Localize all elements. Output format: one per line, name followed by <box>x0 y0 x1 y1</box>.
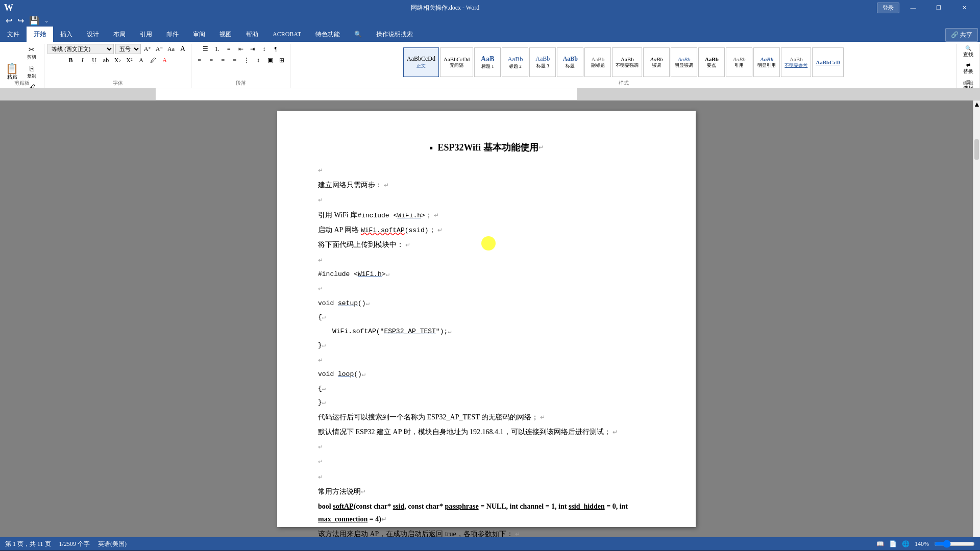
para-softap-signature[interactable]: bool softAP(const char* ssid, const char… <box>318 500 655 525</box>
scroll-up-button[interactable]: ▲ <box>973 101 980 109</box>
para-method-desc[interactable]: 该方法用来启动 AP，在成功启动后返回 true，各项参数如下： ↵ <box>318 528 655 537</box>
redo-button[interactable]: ↪ <box>16 17 26 25</box>
code-open-brace2[interactable]: {↵ <box>318 383 655 395</box>
style-intense-ref[interactable]: AaBbCcD <box>812 47 844 77</box>
vertical-scrollbar[interactable]: ▲ <box>973 101 980 537</box>
change-case-button[interactable]: Aa <box>166 44 176 54</box>
view-read-mode[interactable]: 📄 <box>889 540 897 548</box>
justify-button[interactable]: ≡ <box>230 55 240 65</box>
para-methods-heading[interactable]: 常用方法说明↵ <box>318 485 655 498</box>
style-normal[interactable]: AaBbCcDd正文 <box>403 47 439 77</box>
login-button[interactable]: 登录 <box>877 3 899 13</box>
text-effect-button[interactable]: A <box>136 55 146 65</box>
strikethrough-button[interactable]: ab <box>101 55 111 65</box>
code-include[interactable]: #include <WiFi.h>↵ <box>318 268 655 281</box>
code-close-brace2[interactable]: }↵ <box>318 396 655 409</box>
style-h2[interactable]: AaBb标题 2 <box>502 47 528 77</box>
tab-mailings[interactable]: 邮件 <box>159 27 186 42</box>
tab-operation-search[interactable]: 操作说明搜索 <box>369 27 420 42</box>
para-default-ip[interactable]: 默认情况下 ESP32 建立 AP 时，模块自身地址为 192.168.4.1，… <box>318 425 655 438</box>
style-h1[interactable]: AaB标题 1 <box>474 47 501 77</box>
zoom-slider[interactable] <box>934 540 975 548</box>
copy-button[interactable]: ⎘ 复制 <box>22 63 41 81</box>
increase-indent-button[interactable]: ⇥ <box>248 44 258 54</box>
style-no-spacing[interactable]: AaBbCcDd无间隔 <box>440 47 473 77</box>
style-subtle-ref[interactable]: AaBb不明显参考 <box>781 47 811 77</box>
subscript-button[interactable]: X₂ <box>113 55 123 65</box>
style-title[interactable]: AaBb标题 <box>557 47 583 77</box>
cut-button[interactable]: ✂ 剪切 <box>22 44 41 62</box>
superscript-button[interactable]: X² <box>125 55 135 65</box>
sort-button[interactable]: ↕ <box>259 44 270 54</box>
code-loop[interactable]: void loop()↵ <box>318 368 655 381</box>
tab-design[interactable]: 设计 <box>80 27 106 42</box>
code-close-brace1[interactable]: }↵ <box>318 339 655 352</box>
scroll-thumb[interactable] <box>974 139 979 160</box>
tab-references[interactable]: 引用 <box>133 27 159 42</box>
tab-view[interactable]: 视图 <box>212 27 239 42</box>
decrease-indent-button[interactable]: ⇤ <box>236 44 246 54</box>
share-button[interactable]: 🔗 共享 <box>945 28 978 42</box>
columns-button[interactable]: ⋮ <box>241 55 252 65</box>
code-setup[interactable]: void setup()↵ <box>318 297 655 310</box>
para-upload[interactable]: 将下面代码上传到模块中： ↵ <box>318 238 655 251</box>
tab-search-icon[interactable]: 🔍 <box>347 27 369 42</box>
document-page[interactable]: ■ ESP32Wifi 基本功能使用 ↵ ↵ 建立网络只需两步： ↵ ↵ 引用 … <box>277 111 696 527</box>
shading-button[interactable]: ▣ <box>265 55 275 65</box>
underline-button[interactable]: U <box>89 55 100 65</box>
tab-special[interactable]: 特色功能 <box>308 27 347 42</box>
tab-home[interactable]: 开始 <box>27 27 53 42</box>
align-right-button[interactable]: ≡ <box>218 55 228 65</box>
style-intense-quote[interactable]: AaBb明显引用 <box>753 47 780 77</box>
line-spacing-button[interactable]: ↕ <box>253 55 263 65</box>
borders-button[interactable]: ⊞ <box>277 55 287 65</box>
font-color-button[interactable]: A <box>160 55 170 65</box>
style-subtle-em[interactable]: AaBb不明显强调 <box>612 47 642 77</box>
undo-button[interactable]: ↩ <box>4 17 14 25</box>
para-result[interactable]: 代码运行后可以搜索到一个名称为 ESP32_AP_TEST 的无密码的网络； ↵ <box>318 411 655 423</box>
bold-button[interactable]: B <box>66 55 76 65</box>
tab-insert[interactable]: 插入 <box>53 27 80 42</box>
align-left-button[interactable]: ≡ <box>194 55 205 65</box>
para-softap[interactable]: 启动 AP 网络 WiFi.softAP(ssid)； ↵ <box>318 223 655 236</box>
word-count: 1/2509 个字 <box>59 540 90 548</box>
maximize-button[interactable]: ❐ <box>927 0 950 15</box>
font-name-select[interactable]: 等线 (西文正文) <box>47 44 114 54</box>
replace-button[interactable]: ⇄ 替换 <box>960 61 976 77</box>
style-strong[interactable]: AaBb要点 <box>698 47 725 77</box>
italic-button[interactable]: I <box>78 55 88 65</box>
font-size-select[interactable]: 五号 <box>115 44 141 54</box>
style-intense-em[interactable]: AaBb明显强调 <box>671 47 697 77</box>
style-emphasis[interactable]: AaBb强调 <box>643 47 670 77</box>
style-h3[interactable]: AaBb标题 3 <box>529 47 556 77</box>
clear-format-button[interactable]: A <box>178 44 188 54</box>
para-wifi-lib[interactable]: 引用 WiFi 库#include <WiFi.h>； ↵ <box>318 209 655 221</box>
font-grow-button[interactable]: A⁺ <box>142 44 153 54</box>
tab-file[interactable]: 文件 <box>0 27 27 42</box>
tab-layout[interactable]: 布局 <box>106 27 133 42</box>
multilevel-list-button[interactable]: ≡ <box>224 44 234 54</box>
close-button[interactable]: ✕ <box>952 0 976 15</box>
font-shrink-button[interactable]: A⁻ <box>154 44 164 54</box>
code-softap-call[interactable]: WiFi.softAP("ESP32_AP_TEST");↵ <box>318 325 655 338</box>
bullets-button[interactable]: ☰ <box>201 44 211 54</box>
view-print-layout[interactable]: 📖 <box>876 540 884 548</box>
quick-access-more[interactable]: ⌄ <box>43 18 50 23</box>
view-web[interactable]: 🌐 <box>902 540 910 548</box>
save-button[interactable]: 💾 <box>28 17 41 25</box>
style-quote[interactable]: AaBb引用 <box>726 47 752 77</box>
highlight-button[interactable]: 🖊 <box>148 55 158 65</box>
find-button[interactable]: 🔍 查找 <box>960 44 976 60</box>
document-container[interactable]: ■ ESP32Wifi 基本功能使用 ↵ ↵ 建立网络只需两步： ↵ ↵ 引用 … <box>0 101 973 537</box>
tab-help[interactable]: 帮助 <box>239 27 265 42</box>
tab-review[interactable]: 审阅 <box>186 27 212 42</box>
ribbon-right: 🔗 共享 <box>945 28 980 42</box>
code-open-brace[interactable]: {↵ <box>318 311 655 323</box>
numbering-button[interactable]: 1. <box>212 44 223 54</box>
tab-acrobat[interactable]: ACROBAT <box>265 27 308 42</box>
para-intro[interactable]: 建立网络只需两步： ↵ <box>318 179 655 191</box>
show-marks-button[interactable]: ¶ <box>271 44 281 54</box>
align-center-button[interactable]: ≡ <box>206 55 216 65</box>
style-subtitle[interactable]: AaBb副标题 <box>584 47 611 77</box>
minimize-button[interactable]: — <box>901 0 925 15</box>
